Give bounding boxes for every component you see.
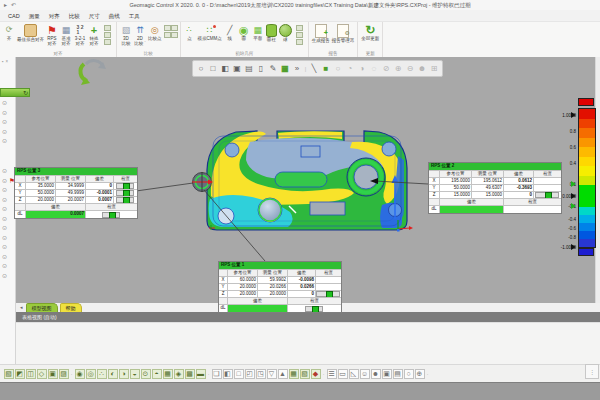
color-swatch-icon[interactable]: ■ xyxy=(321,63,332,74)
visibility-toggle[interactable]: ⊙ xyxy=(2,187,7,193)
compare-2d-button[interactable]: ⇈2D 比较 ˙ xyxy=(134,24,146,47)
select-polygon-icon[interactable]: ◇ xyxy=(37,369,47,379)
visibility-toggle[interactable]: ⊙ xyxy=(2,254,7,260)
update-all-button[interactable]: ↻全部更新 xyxy=(361,24,379,42)
orbit-view-icon[interactable]: ○ xyxy=(196,63,207,74)
visibility-toggle[interactable]: ⊙ xyxy=(2,138,7,144)
tab-model-view[interactable]: 模型视图 xyxy=(26,303,58,312)
visibility-toggle[interactable]: ⊙ xyxy=(2,235,7,241)
visibility-toggle[interactable]: ⊙ xyxy=(2,100,7,106)
toggle-mesh-icon[interactable]: ▧ xyxy=(300,369,310,379)
filter-tool-icon[interactable]: ☰ xyxy=(327,369,337,379)
deviation-whisker-icon[interactable]: ○ xyxy=(333,63,344,74)
view-cube-icon[interactable]: □ xyxy=(208,63,219,74)
annotation-brush-icon[interactable]: ✎ xyxy=(268,63,279,74)
menu-item-尺寸[interactable]: 尺寸 xyxy=(89,10,100,22)
capture-screen-icon[interactable]: ▣ xyxy=(232,63,243,74)
visibility-toggle[interactable]: ⊙ xyxy=(2,178,7,184)
tab-help[interactable]: 帮助 xyxy=(60,303,82,312)
exclude-tool-icon[interactable]: ◆ xyxy=(311,369,321,379)
deviation-partial-icon[interactable]: ◔ xyxy=(345,63,356,74)
cylinder-button[interactable]: 圆柱 xyxy=(266,24,277,43)
view-left-icon[interactable]: □ xyxy=(234,369,244,379)
best-fit-align-button[interactable]: 最佳拟合对齐 xyxy=(17,24,44,43)
ruler-tool-icon[interactable]: ▭ xyxy=(338,369,348,379)
protractor-tool-icon[interactable]: ◺ xyxy=(349,369,359,379)
menu-item-测量[interactable]: 测量 xyxy=(29,10,40,22)
zoom-out-icon[interactable]: ⊖ xyxy=(405,63,416,74)
menu-item-工具[interactable]: 工具 xyxy=(129,10,140,22)
visibility-toggle[interactable]: ⊙ xyxy=(2,216,7,222)
compare-3d-button[interactable]: ▧3D 比较 xyxy=(120,24,132,47)
body-points-icon[interactable]: ∴ xyxy=(97,369,107,379)
body-boundary-icon[interactable]: ◐ xyxy=(108,369,118,379)
visibility-toggle[interactable]: ⊙ xyxy=(2,168,7,174)
operator-tool-icon[interactable]: ☻ xyxy=(371,369,381,379)
menu-item-曲线[interactable]: 曲线 xyxy=(109,10,120,22)
321-align-button[interactable]: 3 2 13-2-1 对齐 xyxy=(74,24,86,47)
user-tool-icon[interactable]: ☺ xyxy=(360,369,370,379)
select-rectangle-icon[interactable]: ▧ xyxy=(4,369,14,379)
body-texture-icon[interactable]: ⊙ xyxy=(141,369,151,379)
visibility-toggle[interactable]: ⊙ xyxy=(2,206,7,212)
body-curvature-icon[interactable]: ◑ xyxy=(119,369,129,379)
add-annotation-icon[interactable]: ⊕ xyxy=(415,369,425,379)
panel-dock-icon[interactable]: ▪ xyxy=(2,59,4,64)
body-shaded-icon[interactable]: ◉ xyxy=(75,369,85,379)
menu-item-比较[interactable]: 比较 xyxy=(69,10,80,22)
visibility-toggle[interactable]: ⊙ xyxy=(2,129,7,135)
sync-views-icon[interactable]: » xyxy=(292,63,303,74)
body-silhouette-icon[interactable]: ◒ xyxy=(130,369,140,379)
dock-collapse-icon[interactable]: ◂ xyxy=(20,303,23,312)
annotation-off-icon[interactable]: ⊘ xyxy=(381,63,392,74)
measurement-table-rps3[interactable]: RPS 位置 3参考位置测量 位置偏差检查X35.000034.99990Y50… xyxy=(14,167,138,219)
select-ellipse-icon[interactable]: ◩ xyxy=(15,369,25,379)
menu-item-对齐[interactable]: 对齐 xyxy=(49,10,60,22)
line-button[interactable]: ╱线 xyxy=(224,24,236,42)
plane-button[interactable]: ▦平面 xyxy=(252,24,264,42)
measurement-table-rps2[interactable]: RPS 位置 2参考位置测量 位置偏差检查X195.0000195.06120.… xyxy=(428,162,562,214)
compare-points-button[interactable]: ◎比较点 xyxy=(148,24,162,42)
multi-window-icon[interactable]: ▯ xyxy=(256,63,267,74)
section-line-icon[interactable]: ╲ xyxy=(309,63,320,74)
dock-content[interactable] xyxy=(16,322,600,365)
display-tool-icon[interactable]: ▣ xyxy=(382,369,392,379)
color-map-grid-icon[interactable]: ▦ xyxy=(280,63,291,74)
view-top-icon[interactable]: ◳ xyxy=(256,369,266,379)
align-more-buttons[interactable] xyxy=(102,24,113,46)
view-back-icon[interactable]: ◧ xyxy=(223,369,233,379)
capture-page-icon[interactable]: ▤ xyxy=(244,63,255,74)
refresh-icon[interactable]: ↻ xyxy=(23,89,28,97)
visibility-toggle[interactable]: ⊙ xyxy=(2,119,7,125)
datum-align-button[interactable]: ▦基准 对齐 xyxy=(60,24,72,47)
rps-align-button[interactable]: ⚑RPS 对齐 xyxy=(46,24,58,47)
visibility-toggle[interactable]: ⊙ xyxy=(2,197,7,203)
dock-header[interactable]: 表格视图 (自动) xyxy=(16,312,600,322)
transform-align-button[interactable]: +转换 对齐 xyxy=(88,24,100,47)
visibility-toggle[interactable]: ⊙ xyxy=(2,244,7,250)
cmm-point-button[interactable]: ∷模拟CMM点 xyxy=(198,24,222,42)
grid-window-icon[interactable]: ⊞ xyxy=(429,63,440,74)
point-button[interactable]: ∴点 xyxy=(184,24,196,42)
panel-close-icon[interactable]: × xyxy=(6,59,9,64)
colorbar-green-marker[interactable] xyxy=(571,203,576,209)
generate-report-button[interactable]: 生成报告 xyxy=(312,24,330,44)
deviation-half-icon[interactable]: ◑ xyxy=(357,63,368,74)
view-bottom-icon[interactable]: ▽ xyxy=(267,369,277,379)
visibility-toggle[interactable]: ⊙ xyxy=(2,273,7,279)
visibility-toggle[interactable]: ⊙ xyxy=(2,110,7,116)
menu-item-cad[interactable]: CAD xyxy=(8,10,20,22)
select-paint-icon[interactable]: ▣ xyxy=(48,369,58,379)
view-front-icon[interactable]: ❏ xyxy=(212,369,222,379)
body-wireframe-icon[interactable]: ◎ xyxy=(86,369,96,379)
geometry-more-buttons[interactable] xyxy=(294,24,305,46)
monitor-tool-icon[interactable]: ▤ xyxy=(393,369,403,379)
view-right-icon[interactable]: ◰ xyxy=(245,369,255,379)
body-section-icon[interactable]: ▬ xyxy=(196,369,206,379)
measurement-table-rps1[interactable]: RPS 位置 1参考位置测量 位置偏差检查X60.000059.9902-0.0… xyxy=(218,261,342,313)
table-title[interactable]: RPS 位置 1 xyxy=(219,262,341,269)
body-deviation-icon[interactable]: ◓ xyxy=(152,369,162,379)
zoom-in-icon[interactable]: ⊕ xyxy=(393,63,404,74)
visibility-toggle[interactable]: ⊙ xyxy=(2,225,7,231)
colorbar-green-marker[interactable] xyxy=(571,181,576,187)
